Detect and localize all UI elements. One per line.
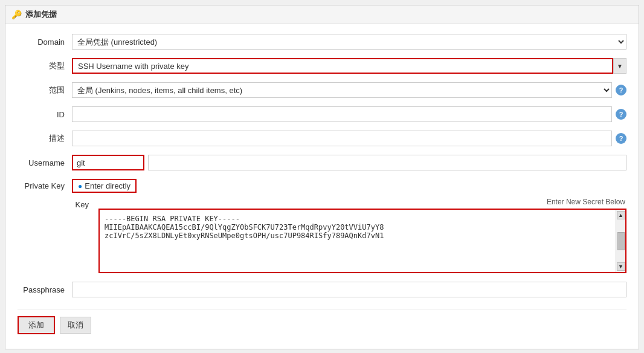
type-row: 类型 SSH Username with private key ▼ <box>18 58 626 74</box>
key-textarea[interactable]: -----BEGIN RSA PRIVATE KEY----- MIIEpAIB… <box>100 210 616 270</box>
scroll-up-arrow[interactable]: ▲ <box>617 211 625 219</box>
username-label: Username <box>18 158 72 167</box>
window-title: 添加凭据 <box>25 9 57 20</box>
title-bar: 🔑 添加凭据 <box>5 5 639 24</box>
type-control: SSH Username with private key ▼ <box>72 58 626 74</box>
username-row: Username <box>18 155 626 170</box>
passphrase-control <box>72 282 626 297</box>
radio-selected-icon: ● <box>78 182 82 190</box>
type-dropdown-arrow[interactable]: ▼ <box>613 58 626 74</box>
dropdown-arrow-icon: ▼ <box>617 63 623 70</box>
type-value-text: SSH Username with private key <box>78 62 189 71</box>
id-row: ID ? <box>18 106 626 122</box>
description-label: 描述 <box>18 133 72 144</box>
add-credentials-window: 🔑 添加凭据 Domain 全局凭据 (unrestricted) 类型 SSH… <box>5 5 639 349</box>
key-row: Key Enter New Secret Below -----BEGIN RS… <box>72 198 626 273</box>
key-area: Key Enter New Secret Below -----BEGIN RS… <box>72 198 626 273</box>
key-label: Key <box>72 198 94 209</box>
key-textarea-wrapper: -----BEGIN RSA PRIVATE KEY----- MIIEpAIB… <box>98 209 626 273</box>
cancel-button[interactable]: 取消 <box>60 317 91 334</box>
description-control: ? <box>72 131 626 146</box>
title-icon: 🔑 <box>11 10 22 19</box>
id-control: ? <box>72 106 626 122</box>
passphrase-input[interactable] <box>72 282 626 297</box>
username-input[interactable] <box>72 155 144 170</box>
domain-select[interactable]: 全局凭据 (unrestricted) <box>72 34 626 50</box>
id-input[interactable] <box>72 106 612 122</box>
enter-new-secret-text: Enter New Secret Below <box>98 198 626 206</box>
domain-row: Domain 全局凭据 (unrestricted) <box>18 34 626 50</box>
enter-directly-label: Enter directly <box>85 181 130 190</box>
scope-select[interactable]: 全局 (Jenkins, nodes, items, all child ite… <box>72 82 612 98</box>
private-key-content: ● Enter directly Key Enter New Secret Be… <box>72 179 626 273</box>
private-key-label: Private Key <box>18 179 72 190</box>
passphrase-label: Passphrase <box>18 285 72 294</box>
passphrase-row: Passphrase <box>18 282 626 297</box>
description-input[interactable] <box>72 131 612 146</box>
scope-label: 范围 <box>18 85 72 96</box>
domain-label: Domain <box>18 37 72 47</box>
scroll-down-arrow[interactable]: ▼ <box>617 262 625 271</box>
scroll-thumb[interactable] <box>617 232 625 250</box>
add-button[interactable]: 添加 <box>18 316 55 334</box>
key-scrollbar: ▲ ▼ <box>616 210 625 272</box>
id-label: ID <box>18 110 72 119</box>
type-value-box: SSH Username with private key <box>72 58 613 74</box>
private-key-section: Private Key ● Enter directly Key Enter N… <box>18 179 626 273</box>
type-label: 类型 <box>18 60 72 71</box>
enter-directly-option[interactable]: ● Enter directly <box>72 179 137 193</box>
scope-control: 全局 (Jenkins, nodes, items, all child ite… <box>72 82 626 98</box>
username-control <box>72 155 626 170</box>
form-content: Domain 全局凭据 (unrestricted) 类型 SSH Userna… <box>5 24 639 344</box>
description-help-icon[interactable]: ? <box>616 133 626 144</box>
key-right: Enter New Secret Below -----BEGIN RSA PR… <box>98 198 626 273</box>
bottom-buttons: 添加 取消 <box>18 309 626 334</box>
scope-help-icon[interactable]: ? <box>616 85 626 96</box>
scope-row: 范围 全局 (Jenkins, nodes, items, all child … <box>18 82 626 98</box>
domain-control: 全局凭据 (unrestricted) <box>72 34 626 50</box>
id-help-icon[interactable]: ? <box>616 109 626 120</box>
description-row: 描述 ? <box>18 131 626 146</box>
